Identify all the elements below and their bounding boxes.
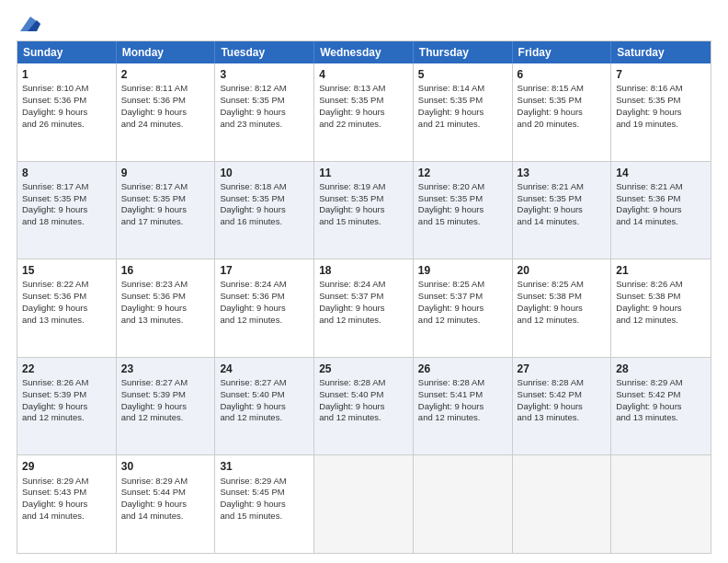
day-info-line: and 14 minutes. [121,511,210,523]
day-info-line: Sunrise: 8:12 AM [220,83,309,95]
cal-cell-day-30: 30Sunrise: 8:29 AMSunset: 5:44 PMDayligh… [117,455,216,553]
day-number: 4 [319,67,408,82]
day-info-line: Sunrise: 8:29 AM [22,476,111,488]
day-info-line: Sunrise: 8:10 AM [22,83,111,95]
day-info-line: Daylight: 9 hours [121,401,210,413]
day-number: 15 [22,263,111,278]
day-number: 19 [418,263,507,278]
day-info-line: Sunrise: 8:17 AM [121,181,210,193]
day-info-line: and 14 minutes. [518,216,607,228]
day-info-line: and 12 minutes. [319,315,408,327]
day-info-line: Sunrise: 8:26 AM [22,377,111,389]
cal-cell-day-27: 27Sunrise: 8:28 AMSunset: 5:42 PMDayligh… [513,358,612,455]
day-number: 14 [616,166,706,180]
day-info-line: Sunrise: 8:25 AM [418,279,507,291]
day-number: 31 [220,459,309,474]
day-number: 18 [319,263,408,278]
day-info-line: Daylight: 9 hours [418,107,507,119]
day-info-line: Daylight: 9 hours [22,303,111,315]
cal-cell-day-23: 23Sunrise: 8:27 AMSunset: 5:39 PMDayligh… [117,358,216,455]
day-info-line: Daylight: 9 hours [616,401,706,413]
day-number: 1 [22,67,111,82]
day-info-line: Sunset: 5:36 PM [22,95,111,107]
day-info-line: and 17 minutes. [121,216,210,228]
day-info-line: Daylight: 9 hours [319,303,408,315]
day-info-line: and 24 minutes. [121,119,210,131]
day-info-line: and 13 minutes. [616,412,706,424]
header-day-wednesday: Wednesday [314,41,414,63]
day-info-line: Sunrise: 8:17 AM [22,181,111,193]
cal-cell-day-16: 16Sunrise: 8:23 AMSunset: 5:36 PMDayligh… [117,259,216,357]
day-number: 3 [220,67,309,82]
day-info-line: Sunrise: 8:26 AM [616,279,706,291]
day-info-line: and 15 minutes. [220,511,309,523]
day-info-line: Sunrise: 8:14 AM [418,83,507,95]
day-info-line: Daylight: 9 hours [22,401,111,413]
day-info-line: Sunset: 5:35 PM [220,95,309,107]
cal-row-3: 15Sunrise: 8:22 AMSunset: 5:36 PMDayligh… [17,259,711,358]
day-number: 6 [518,67,607,82]
day-info-line: Daylight: 9 hours [418,303,507,315]
day-number: 28 [616,362,706,376]
day-info-line: Daylight: 9 hours [220,499,309,511]
cal-cell-day-20: 20Sunrise: 8:25 AMSunset: 5:38 PMDayligh… [513,259,612,357]
cal-cell-empty [414,455,513,553]
day-number: 9 [121,166,210,180]
day-info-line: Daylight: 9 hours [418,204,507,216]
day-info-line: Daylight: 9 hours [220,401,309,413]
day-info-line: Daylight: 9 hours [121,204,210,216]
day-number: 7 [616,67,706,82]
day-info-line: and 12 minutes. [220,412,309,424]
day-info-line: Sunrise: 8:15 AM [518,83,607,95]
day-info-line: and 12 minutes. [22,412,111,424]
day-number: 30 [121,459,210,474]
day-info-line: Sunrise: 8:29 AM [121,476,210,488]
day-info-line: Sunrise: 8:24 AM [319,279,408,291]
day-number: 10 [220,166,309,180]
day-info-line: and 19 minutes. [616,119,706,131]
day-info-line: Daylight: 9 hours [220,107,309,119]
cal-cell-day-2: 2Sunrise: 8:11 AMSunset: 5:36 PMDaylight… [117,63,216,161]
day-info-line: Sunset: 5:35 PM [319,95,408,107]
day-number: 27 [518,362,607,376]
day-info-line: Sunset: 5:44 PM [121,487,210,499]
day-number: 29 [22,459,111,474]
header [17,17,711,31]
cal-cell-day-3: 3Sunrise: 8:12 AMSunset: 5:35 PMDaylight… [215,63,314,161]
day-info-line: Sunrise: 8:18 AM [220,181,309,193]
day-info-line: Daylight: 9 hours [418,401,507,413]
header-day-tuesday: Tuesday [215,41,314,63]
day-number: 23 [121,362,210,376]
day-info-line: and 13 minutes. [22,315,111,327]
cal-cell-day-26: 26Sunrise: 8:28 AMSunset: 5:41 PMDayligh… [414,358,513,455]
day-info-line: Daylight: 9 hours [22,204,111,216]
cal-cell-day-21: 21Sunrise: 8:26 AMSunset: 5:38 PMDayligh… [611,259,711,357]
day-info-line: Sunset: 5:35 PM [616,95,706,107]
header-day-saturday: Saturday [611,41,711,63]
day-info-line: Sunrise: 8:19 AM [319,181,408,193]
cal-cell-day-11: 11Sunrise: 8:19 AMSunset: 5:35 PMDayligh… [314,162,414,259]
day-info-line: Sunset: 5:39 PM [121,389,210,401]
day-number: 12 [418,166,507,180]
day-number: 11 [319,166,408,180]
day-info-line: and 12 minutes. [220,315,309,327]
day-info-line: Sunset: 5:43 PM [22,487,111,499]
day-info-line: Sunset: 5:37 PM [319,291,408,303]
day-number: 25 [319,362,408,376]
day-info-line: Sunrise: 8:24 AM [220,279,309,291]
day-info-line: and 16 minutes. [220,216,309,228]
day-info-line: Sunrise: 8:28 AM [418,377,507,389]
day-info-line: and 13 minutes. [518,412,607,424]
day-info-line: Sunset: 5:39 PM [22,389,111,401]
cal-cell-day-18: 18Sunrise: 8:24 AMSunset: 5:37 PMDayligh… [314,259,414,357]
day-info-line: Sunset: 5:35 PM [22,193,111,205]
cal-cell-day-31: 31Sunrise: 8:29 AMSunset: 5:45 PMDayligh… [215,455,314,553]
day-info-line: Sunrise: 8:23 AM [121,279,210,291]
day-info-line: Daylight: 9 hours [22,499,111,511]
day-info-line: Sunrise: 8:28 AM [319,377,408,389]
cal-cell-day-22: 22Sunrise: 8:26 AMSunset: 5:39 PMDayligh… [17,358,117,455]
day-info-line: Sunset: 5:35 PM [121,193,210,205]
day-info-line: Sunrise: 8:11 AM [121,83,210,95]
cal-cell-day-5: 5Sunrise: 8:14 AMSunset: 5:35 PMDaylight… [414,63,513,161]
day-info-line: Sunset: 5:35 PM [418,95,507,107]
